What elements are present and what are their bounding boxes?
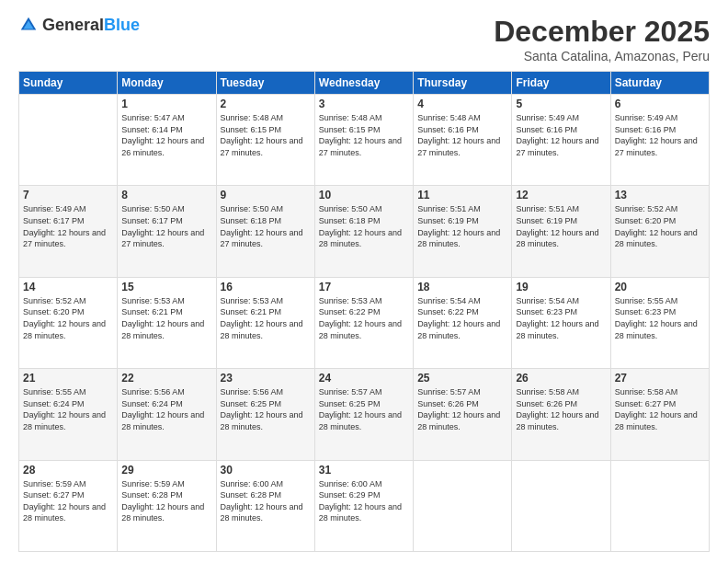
calendar-cell: 10Sunrise: 5:50 AM Sunset: 6:18 PM Dayli…: [314, 186, 413, 277]
location: Santa Catalina, Amazonas, Peru: [494, 49, 710, 63]
calendar-cell: 5Sunrise: 5:49 AM Sunset: 6:16 PM Daylig…: [512, 95, 610, 186]
day-number: 20: [615, 281, 705, 293]
calendar-cell: 25Sunrise: 5:57 AM Sunset: 6:26 PM Dayli…: [414, 369, 512, 460]
day-number: 17: [319, 281, 409, 293]
day-info: Sunrise: 5:48 AM Sunset: 6:16 PM Dayligh…: [417, 112, 507, 158]
header: GeneralBlue December 2025 Santa Catalina…: [18, 15, 710, 63]
calendar-cell: 22Sunrise: 5:56 AM Sunset: 6:24 PM Dayli…: [118, 369, 216, 460]
day-info: Sunrise: 5:55 AM Sunset: 6:24 PM Dayligh…: [23, 386, 113, 432]
day-header-wednesday: Wednesday: [314, 72, 413, 95]
day-number: 10: [319, 189, 409, 201]
day-info: Sunrise: 5:50 AM Sunset: 6:18 PM Dayligh…: [319, 203, 409, 249]
logo-blue: Blue: [104, 16, 140, 34]
calendar-cell: 19Sunrise: 5:54 AM Sunset: 6:23 PM Dayli…: [512, 277, 610, 368]
calendar-cell: 1Sunrise: 5:47 AM Sunset: 6:14 PM Daylig…: [118, 95, 216, 186]
page: GeneralBlue December 2025 Santa Catalina…: [0, 0, 728, 563]
day-number: 18: [417, 281, 507, 293]
calendar-cell: 18Sunrise: 5:54 AM Sunset: 6:22 PM Dayli…: [414, 277, 512, 368]
day-number: 25: [417, 372, 507, 385]
day-header-friday: Friday: [512, 72, 610, 95]
calendar-cell: 27Sunrise: 5:58 AM Sunset: 6:27 PM Dayli…: [610, 369, 709, 460]
day-number: 16: [221, 281, 311, 293]
calendar-cell: 13Sunrise: 5:52 AM Sunset: 6:20 PM Dayli…: [610, 186, 709, 277]
day-number: 15: [121, 281, 211, 293]
calendar-cell: [19, 95, 118, 186]
calendar-cell: [512, 460, 610, 551]
day-info: Sunrise: 5:57 AM Sunset: 6:26 PM Dayligh…: [417, 386, 507, 432]
calendar: SundayMondayTuesdayWednesdayThursdayFrid…: [18, 71, 710, 552]
day-info: Sunrise: 5:49 AM Sunset: 6:16 PM Dayligh…: [516, 112, 606, 158]
logo-general: General: [42, 16, 104, 34]
day-number: 31: [319, 464, 409, 477]
day-info: Sunrise: 5:58 AM Sunset: 6:26 PM Dayligh…: [516, 386, 606, 432]
day-info: Sunrise: 5:50 AM Sunset: 6:18 PM Dayligh…: [221, 203, 311, 249]
day-header-tuesday: Tuesday: [216, 72, 314, 95]
day-info: Sunrise: 5:55 AM Sunset: 6:23 PM Dayligh…: [615, 295, 705, 341]
week-row-5: 28Sunrise: 5:59 AM Sunset: 6:27 PM Dayli…: [19, 460, 710, 551]
calendar-cell: 14Sunrise: 5:52 AM Sunset: 6:20 PM Dayli…: [19, 277, 118, 368]
day-header-thursday: Thursday: [414, 72, 512, 95]
calendar-cell: 23Sunrise: 5:56 AM Sunset: 6:25 PM Dayli…: [216, 369, 314, 460]
week-row-3: 14Sunrise: 5:52 AM Sunset: 6:20 PM Dayli…: [19, 277, 710, 368]
day-number: 24: [319, 372, 409, 385]
calendar-cell: 29Sunrise: 5:59 AM Sunset: 6:28 PM Dayli…: [118, 460, 216, 551]
day-number: 5: [516, 98, 606, 110]
day-number: 22: [121, 372, 211, 385]
day-number: 27: [615, 372, 705, 385]
day-info: Sunrise: 5:59 AM Sunset: 6:28 PM Dayligh…: [121, 478, 211, 524]
logo: GeneralBlue: [18, 15, 140, 35]
day-info: Sunrise: 6:00 AM Sunset: 6:28 PM Dayligh…: [221, 478, 311, 524]
calendar-cell: 6Sunrise: 5:49 AM Sunset: 6:16 PM Daylig…: [610, 95, 709, 186]
calendar-cell: 8Sunrise: 5:50 AM Sunset: 6:17 PM Daylig…: [118, 186, 216, 277]
calendar-cell: 9Sunrise: 5:50 AM Sunset: 6:18 PM Daylig…: [216, 186, 314, 277]
calendar-cell: 11Sunrise: 5:51 AM Sunset: 6:19 PM Dayli…: [414, 186, 512, 277]
day-info: Sunrise: 5:54 AM Sunset: 6:23 PM Dayligh…: [516, 295, 606, 341]
day-number: 28: [23, 464, 113, 477]
day-number: 26: [516, 372, 606, 385]
calendar-cell: 12Sunrise: 5:51 AM Sunset: 6:19 PM Dayli…: [512, 186, 610, 277]
calendar-cell: 4Sunrise: 5:48 AM Sunset: 6:16 PM Daylig…: [414, 95, 512, 186]
week-row-1: 1Sunrise: 5:47 AM Sunset: 6:14 PM Daylig…: [19, 95, 710, 186]
day-header-sunday: Sunday: [19, 72, 118, 95]
day-info: Sunrise: 5:47 AM Sunset: 6:14 PM Dayligh…: [121, 112, 211, 158]
day-number: 3: [319, 98, 409, 110]
calendar-cell: 3Sunrise: 5:48 AM Sunset: 6:15 PM Daylig…: [314, 95, 413, 186]
header-row: SundayMondayTuesdayWednesdayThursdayFrid…: [19, 72, 710, 95]
calendar-table: SundayMondayTuesdayWednesdayThursdayFrid…: [18, 71, 710, 552]
day-number: 4: [417, 98, 507, 110]
day-info: Sunrise: 5:54 AM Sunset: 6:22 PM Dayligh…: [417, 295, 507, 341]
day-info: Sunrise: 5:49 AM Sunset: 6:16 PM Dayligh…: [615, 112, 705, 158]
day-number: 9: [221, 189, 311, 201]
day-number: 21: [23, 372, 113, 385]
week-row-2: 7Sunrise: 5:49 AM Sunset: 6:17 PM Daylig…: [19, 186, 710, 277]
week-row-4: 21Sunrise: 5:55 AM Sunset: 6:24 PM Dayli…: [19, 369, 710, 460]
month-title: December 2025: [494, 15, 710, 49]
day-number: 7: [23, 189, 113, 201]
day-number: 13: [615, 189, 705, 201]
calendar-cell: 16Sunrise: 5:53 AM Sunset: 6:21 PM Dayli…: [216, 277, 314, 368]
day-info: Sunrise: 5:56 AM Sunset: 6:25 PM Dayligh…: [221, 386, 311, 432]
calendar-cell: 21Sunrise: 5:55 AM Sunset: 6:24 PM Dayli…: [19, 369, 118, 460]
day-number: 2: [221, 98, 311, 110]
day-info: Sunrise: 5:51 AM Sunset: 6:19 PM Dayligh…: [417, 203, 507, 249]
calendar-cell: [610, 460, 709, 551]
day-info: Sunrise: 5:48 AM Sunset: 6:15 PM Dayligh…: [319, 112, 409, 158]
day-number: 29: [121, 464, 211, 477]
day-info: Sunrise: 5:58 AM Sunset: 6:27 PM Dayligh…: [615, 386, 705, 432]
day-number: 14: [23, 281, 113, 293]
day-number: 6: [615, 98, 705, 110]
calendar-cell: 24Sunrise: 5:57 AM Sunset: 6:25 PM Dayli…: [314, 369, 413, 460]
day-number: 19: [516, 281, 606, 293]
day-info: Sunrise: 6:00 AM Sunset: 6:29 PM Dayligh…: [319, 478, 409, 524]
calendar-cell: 26Sunrise: 5:58 AM Sunset: 6:26 PM Dayli…: [512, 369, 610, 460]
day-number: 8: [121, 189, 211, 201]
day-info: Sunrise: 5:57 AM Sunset: 6:25 PM Dayligh…: [319, 386, 409, 432]
day-header-monday: Monday: [118, 72, 216, 95]
day-info: Sunrise: 5:52 AM Sunset: 6:20 PM Dayligh…: [23, 295, 113, 341]
day-info: Sunrise: 5:50 AM Sunset: 6:17 PM Dayligh…: [121, 203, 211, 249]
calendar-cell: 31Sunrise: 6:00 AM Sunset: 6:29 PM Dayli…: [314, 460, 413, 551]
day-info: Sunrise: 5:56 AM Sunset: 6:24 PM Dayligh…: [121, 386, 211, 432]
calendar-cell: 17Sunrise: 5:53 AM Sunset: 6:22 PM Dayli…: [314, 277, 413, 368]
day-info: Sunrise: 5:53 AM Sunset: 6:21 PM Dayligh…: [221, 295, 311, 341]
day-header-saturday: Saturday: [610, 72, 709, 95]
